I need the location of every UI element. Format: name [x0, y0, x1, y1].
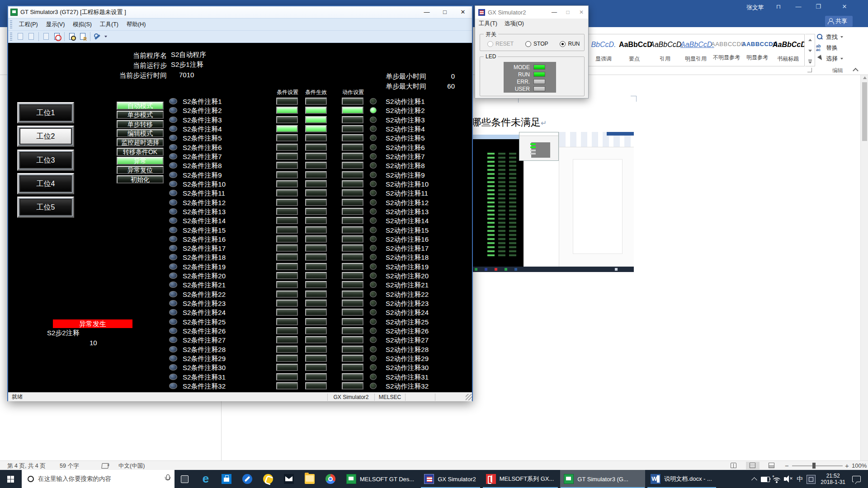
gallery-expand-icon[interactable]: [805, 56, 815, 67]
gallery-scroll-down-icon[interactable]: [805, 45, 815, 56]
stop-monitor-icon[interactable]: [52, 32, 61, 41]
taskbar-search-input[interactable]: 在这里输入你要搜索的内容: [22, 470, 175, 488]
word-minimize-icon[interactable]: —: [788, 0, 808, 14]
gx-menu-item-1[interactable]: 工具(T): [475, 20, 501, 28]
mode-button-4[interactable]: 编辑模式: [117, 129, 164, 137]
settings-icon[interactable]: [237, 470, 258, 488]
edge-icon[interactable]: e: [195, 470, 216, 488]
language-indicator[interactable]: 中文(中国): [118, 462, 145, 470]
mode-button-8[interactable]: 异常复位: [117, 166, 164, 174]
styles-gallery-scrollbar[interactable]: [805, 34, 815, 66]
style-entry-1[interactable]: BbCcD.显强调: [588, 34, 619, 66]
hidden-icons-chevron[interactable]: [749, 470, 760, 488]
embedded-screenshot[interactable]: [461, 132, 634, 272]
gt-menu-item-3[interactable]: 模拟(S): [69, 19, 96, 29]
load-icon[interactable]: [27, 32, 36, 41]
start-button[interactable]: [0, 470, 22, 488]
save-icon[interactable]: [42, 32, 51, 41]
gallery-scroll-up-icon[interactable]: [805, 34, 815, 45]
style-entry-3[interactable]: AaBbCcD.引用: [650, 34, 680, 66]
resize-grip[interactable]: [466, 394, 472, 400]
wifi-icon[interactable]: [772, 470, 783, 488]
station-button-2[interactable]: 工位2: [17, 126, 74, 147]
replace-button[interactable]: abac替换: [816, 42, 861, 53]
mode-button-2[interactable]: 单步模式: [117, 111, 164, 119]
explorer-icon[interactable]: [299, 470, 320, 488]
gt-menu-item-1[interactable]: 工程(P): [15, 19, 42, 29]
station-button-1[interactable]: 工位1: [17, 102, 74, 123]
zoom-percentage[interactable]: 100%: [852, 462, 867, 469]
ime-toolbar-icon[interactable]: [805, 470, 817, 488]
gt-maximize-icon[interactable]: □: [436, 7, 454, 17]
gt-titlebar[interactable]: GT Simulator3 (GT27) [工程标题未设置 ] — □ ✕: [8, 6, 472, 18]
word-restore-icon[interactable]: ❐: [808, 0, 828, 14]
document-scrollbar[interactable]: [860, 75, 868, 460]
scroll-up-icon[interactable]: [863, 76, 867, 79]
gx-titlebar[interactable]: GX Simulator2 — □ ✕: [475, 6, 588, 19]
mode-button-6[interactable]: 转移条件OK: [117, 148, 164, 156]
open-icon[interactable]: [16, 32, 25, 41]
gt-menu-item-5[interactable]: 帮助(H): [123, 19, 150, 29]
style-entry-2[interactable]: AaBbCcD要点: [619, 34, 650, 66]
style-entry-4[interactable]: AaBbCcD.明显引用: [680, 34, 711, 66]
station-button-5[interactable]: 工位5: [17, 197, 74, 218]
zoom-slider[interactable]: [792, 465, 843, 466]
battery-icon[interactable]: [760, 470, 772, 488]
ribbon-options-icon[interactable]: ⊓: [769, 0, 788, 14]
style-entry-6[interactable]: AABBCCDD明显参考: [742, 34, 773, 66]
station-button-4[interactable]: 工位4: [17, 173, 74, 194]
word-close-icon[interactable]: ✕: [835, 0, 854, 14]
mode-button-3[interactable]: 单步转移: [117, 120, 164, 128]
taskbar-app-melsoft-gt-designer[interactable]: MELSOFT GT Des...: [343, 470, 419, 488]
clock[interactable]: 21:522018-1-31: [817, 470, 849, 488]
mail-icon[interactable]: [278, 470, 299, 488]
style-entry-7[interactable]: AaBbCcD书籍标题: [773, 34, 803, 66]
scrollbar-thumb[interactable]: [862, 82, 867, 141]
microphone-icon[interactable]: [165, 474, 170, 483]
share-button[interactable]: 共享: [825, 16, 853, 27]
gt-close-icon[interactable]: ✕: [454, 7, 472, 17]
read-mode-icon[interactable]: [727, 462, 741, 469]
style-entry-5[interactable]: AABBCCDD不明显参考: [711, 34, 742, 66]
gt-menu-item-2[interactable]: 显示(V): [42, 19, 69, 29]
option-tool-icon[interactable]: [93, 32, 102, 41]
taskbar-app-gx-simulator2[interactable]: GX Simulator2: [420, 470, 481, 488]
volume-muted-icon[interactable]: [783, 470, 794, 488]
dialog-launcher-icon[interactable]: [807, 68, 812, 72]
print-layout-icon[interactable]: [746, 462, 760, 469]
styles-gallery[interactable]: BbCcD.显强调AaBbCcD要点AaBbCcD.引用AaBbCcD.明显引用…: [588, 34, 805, 66]
mode-button-1[interactable]: 自动模式: [117, 102, 164, 110]
resource-r-icon[interactable]: [78, 32, 87, 41]
gx-menu-item-2[interactable]: 选项(O): [501, 20, 528, 28]
ime-mode-indicator[interactable]: 中: [794, 470, 805, 488]
radio-run[interactable]: RUN: [560, 41, 580, 47]
mode-button-7[interactable]: 异常: [117, 157, 164, 165]
mode-button-5[interactable]: 监控超时选择: [117, 138, 164, 146]
gx-close-icon[interactable]: ✕: [575, 6, 588, 18]
select-button[interactable]: 选择: [816, 53, 861, 64]
task-view-button[interactable]: [175, 470, 195, 488]
store-icon[interactable]: [216, 470, 237, 488]
find-button[interactable]: 查找: [816, 32, 861, 42]
gx-minimize-icon[interactable]: —: [547, 6, 561, 18]
proofing-icon[interactable]: [102, 463, 109, 469]
radio-stop[interactable]: STOP: [525, 41, 548, 47]
collapse-ribbon-icon[interactable]: [853, 67, 858, 72]
gx-find-icon[interactable]: [67, 32, 76, 41]
toolbar-overflow-icon[interactable]: [104, 36, 107, 38]
sogou-icon[interactable]: [258, 470, 278, 488]
gt-minimize-icon[interactable]: —: [418, 7, 436, 17]
gt-menu-item-4[interactable]: 工具(T): [96, 19, 123, 29]
taskbar-app-melsoft-gx-works[interactable]: MELSOFT系列 GX...: [482, 470, 559, 488]
zoom-out-button[interactable]: −: [785, 462, 789, 469]
chrome-icon[interactable]: [320, 470, 341, 488]
mode-button-9[interactable]: 初始化: [117, 175, 164, 183]
web-layout-icon[interactable]: [765, 462, 778, 469]
action-center-icon[interactable]: [849, 470, 864, 488]
word-count[interactable]: 59 个字: [60, 462, 79, 470]
zoom-in-button[interactable]: +: [845, 462, 849, 469]
taskbar-app-word[interactable]: 说明文档.docx - ...: [647, 470, 716, 488]
station-button-3[interactable]: 工位3: [17, 150, 74, 171]
taskbar-app-gt-simulator3[interactable]: GT Simulator3 (G...: [560, 470, 645, 488]
page-indicator[interactable]: 第 4 页, 共 4 页: [7, 462, 46, 470]
